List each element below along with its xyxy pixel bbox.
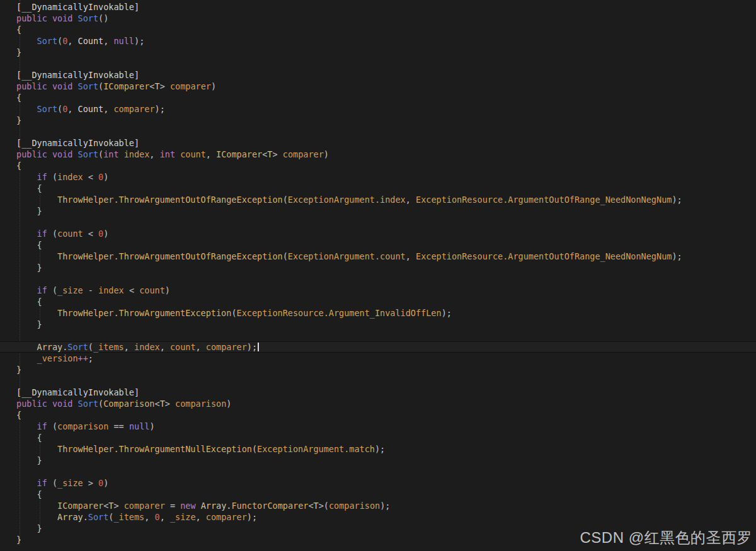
code-line[interactable]: if (comparison == null) <box>0 421 756 432</box>
code-token: ExceptionArgument.index <box>288 195 406 205</box>
code-line[interactable] <box>0 217 756 228</box>
code-token: comparer <box>170 81 211 91</box>
code-token: ); <box>442 308 452 318</box>
code-token: ( <box>52 172 57 182</box>
code-token <box>16 36 37 46</box>
code-line[interactable] <box>0 375 756 387</box>
code-token: } <box>16 455 42 465</box>
code-line[interactable]: { <box>0 489 756 500</box>
code-line[interactable]: public void Sort(IComparer<T> comparer) <box>0 81 756 92</box>
code-token <box>93 285 98 295</box>
code-token: ); <box>134 36 144 46</box>
code-token: ++ <box>78 353 88 363</box>
code-token: ThrowHelper.ThrowArgumentNullException <box>57 444 252 454</box>
code-line[interactable]: [__DynamicallyInvokable] <box>0 69 756 81</box>
code-token: comparer <box>206 342 247 352</box>
code-token: Array <box>37 342 63 352</box>
code-line[interactable] <box>0 126 756 137</box>
code-token <box>16 421 37 431</box>
code-token: Comparison <box>103 399 154 409</box>
code-line[interactable]: _version++; <box>0 353 756 364</box>
code-line[interactable]: } <box>0 205 756 217</box>
code-token <box>16 353 37 363</box>
code-token: Sort <box>67 342 88 352</box>
code-line[interactable]: { <box>0 239 756 251</box>
code-token: = <box>170 501 175 511</box>
code-token: ( <box>57 104 62 114</box>
code-line[interactable]: { <box>0 92 756 103</box>
code-token: , <box>103 104 113 114</box>
code-token: } <box>16 535 21 545</box>
code-line[interactable]: if (_size > 0) <box>0 477 756 489</box>
code-line[interactable]: ThrowHelper.ThrowArgumentOutOfRangeExcep… <box>0 194 756 205</box>
code-token: T <box>314 501 319 511</box>
code-token: , <box>67 104 77 114</box>
code-line[interactable]: Array.Sort(_items, 0, _size, comparer); <box>0 511 756 523</box>
code-line[interactable]: { <box>0 409 756 421</box>
code-line[interactable]: [__DynamicallyInvokable] <box>0 1 756 13</box>
code-line[interactable]: } <box>0 262 756 273</box>
code-line[interactable]: public void Sort(int index, int count, I… <box>0 149 756 160</box>
code-token: , <box>406 195 416 205</box>
code-line[interactable] <box>0 466 756 477</box>
code-token: [__DynamicallyInvokable] <box>16 2 139 12</box>
code-token: public void <box>16 399 78 409</box>
code-line[interactable]: IComparer<T> comparer = new Array.Functo… <box>0 500 756 511</box>
code-token: ); <box>380 501 390 511</box>
code-token: ); <box>155 104 165 114</box>
code-token: ExceptionArgument.count <box>288 251 406 261</box>
code-line[interactable]: } <box>0 455 756 466</box>
code-token: { <box>16 433 42 443</box>
code-content[interactable]: [__DynamicallyInvokable]public void Sort… <box>0 0 756 551</box>
code-token: if <box>37 478 52 488</box>
code-editor[interactable]: [__DynamicallyInvokable]public void Sort… <box>0 0 756 551</box>
code-line[interactable]: } <box>0 47 756 58</box>
code-line[interactable]: if (index < 0) <box>0 171 756 183</box>
code-token: [__DynamicallyInvokable] <box>16 70 139 80</box>
code-line[interactable]: { <box>0 296 756 307</box>
code-token: ( <box>98 81 103 91</box>
code-token: count <box>57 229 83 239</box>
code-line[interactable]: { <box>0 160 756 171</box>
code-token: ); <box>247 512 257 522</box>
code-token: comparer <box>124 501 165 511</box>
code-token <box>16 342 37 352</box>
code-line[interactable]: public void Sort(Comparison<T> compariso… <box>0 398 756 409</box>
code-token: count <box>139 285 165 295</box>
code-line[interactable]: if (count < 0) <box>0 228 756 239</box>
code-token <box>16 251 57 261</box>
code-token: _size <box>170 512 196 522</box>
text-caret <box>258 343 259 351</box>
code-token <box>124 421 129 431</box>
code-line[interactable]: Sort(0, Count, null); <box>0 35 756 47</box>
code-line[interactable]: ThrowHelper.ThrowArgumentNullException(E… <box>0 443 756 455</box>
code-line[interactable]: Sort(0, Count, comparer); <box>0 103 756 115</box>
code-token: index <box>57 172 83 182</box>
code-line[interactable]: { <box>0 24 756 35</box>
code-line-current[interactable]: Array.Sort(_items, index, count, compare… <box>0 341 756 353</box>
code-line[interactable]: [__DynamicallyInvokable] <box>0 387 756 398</box>
code-token: ExceptionResource.ArgumentOutOfRange_Nee… <box>416 251 672 261</box>
code-token: Sort <box>78 399 99 409</box>
code-line[interactable]: } <box>0 115 756 126</box>
code-line[interactable]: { <box>0 183 756 194</box>
code-line[interactable]: ThrowHelper.ThrowArgumentException(Excep… <box>0 307 756 319</box>
code-line[interactable]: if (_size - index < count) <box>0 285 756 296</box>
code-line[interactable] <box>0 273 756 285</box>
code-line[interactable] <box>0 330 756 341</box>
code-line[interactable]: [__DynamicallyInvokable] <box>0 137 756 149</box>
code-line[interactable]: ThrowHelper.ThrowArgumentOutOfRangeExcep… <box>0 251 756 262</box>
code-token: < <box>88 229 93 239</box>
code-token: ExceptionResource.ArgumentOutOfRange_Nee… <box>416 195 672 205</box>
code-token: { <box>16 297 42 307</box>
code-token: T <box>155 81 160 91</box>
code-token: , <box>196 342 206 352</box>
code-line[interactable]: public void Sort() <box>0 13 756 24</box>
code-token: index <box>124 149 150 159</box>
code-token: if <box>37 285 52 295</box>
code-line[interactable]: } <box>0 319 756 330</box>
code-line[interactable]: { <box>0 432 756 443</box>
code-line[interactable] <box>0 58 756 69</box>
code-line[interactable]: } <box>0 364 756 375</box>
code-token: index <box>98 285 124 295</box>
